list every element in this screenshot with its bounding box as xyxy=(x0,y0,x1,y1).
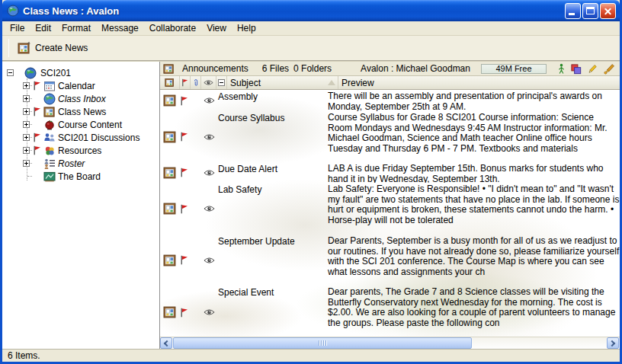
conference-tree-panel: SCI201 Calendar Class Inbox xyxy=(2,62,160,349)
tree-item-resources[interactable]: Resources xyxy=(2,144,159,157)
online-user-icon[interactable] xyxy=(558,63,565,75)
expand-expander-icon[interactable] xyxy=(23,108,30,115)
title-bar[interactable]: Class News : Avalon xyxy=(2,0,620,21)
eye-icon xyxy=(201,235,216,286)
message-row[interactable]: Due Date Alert LAB A is due Friday Septe… xyxy=(160,162,620,183)
horizontal-scrollbar[interactable] xyxy=(160,337,620,349)
tree-item-label: Course Content xyxy=(58,120,122,130)
attachment-column-empty xyxy=(191,111,201,162)
message-row[interactable]: September Update Dear Parents, September… xyxy=(160,235,620,286)
attachment-column-empty xyxy=(191,162,201,183)
menu-collaborate[interactable]: Collaborate xyxy=(144,21,201,35)
news-board-icon xyxy=(165,78,175,88)
folder-news-icon xyxy=(163,63,175,75)
tree-item-course-content[interactable]: Course Content xyxy=(2,118,159,131)
tree-item-calendar[interactable]: Calendar xyxy=(2,79,159,92)
minimize-icon xyxy=(569,13,575,15)
message-subject: Due Date Alert xyxy=(216,162,328,183)
storage-free-gauge: 49M Free xyxy=(481,64,547,74)
red-flag-icon xyxy=(180,286,191,337)
expand-expander-icon[interactable] xyxy=(23,95,30,102)
menu-help[interactable]: Help xyxy=(232,21,261,35)
tree-item-label: SCI201 xyxy=(40,68,71,78)
message-preview: Dear Parents, September is a busy month … xyxy=(328,235,620,286)
message-preview: There will be an assembly and presentati… xyxy=(328,90,620,111)
eye-icon xyxy=(201,183,216,235)
scroll-right-button[interactable] xyxy=(607,337,619,349)
minimize-button[interactable] xyxy=(565,3,581,19)
color-palette-icon xyxy=(43,145,56,157)
scrollbar-track[interactable] xyxy=(472,337,607,349)
column-collapse-all[interactable] xyxy=(216,76,227,89)
windows-icon[interactable] xyxy=(570,63,582,75)
column-read-status[interactable] xyxy=(201,76,216,89)
menu-message[interactable]: Message xyxy=(96,21,144,35)
signature-pen-icon[interactable] xyxy=(603,63,615,75)
maximize-icon xyxy=(586,7,595,14)
menu-edit[interactable]: Edit xyxy=(30,21,56,35)
storage-free-label: 49M Free xyxy=(495,64,531,73)
message-subject: Lab Safety xyxy=(216,183,328,235)
column-preview[interactable]: Preview xyxy=(338,76,620,89)
collapse-expander-icon[interactable] xyxy=(7,69,14,76)
message-list: Assembly There will be an assembly and p… xyxy=(160,90,620,337)
tree-item-label: Class News xyxy=(58,107,106,117)
column-item-icon[interactable] xyxy=(160,76,180,89)
server-user: Avalon : Michael Goodman xyxy=(361,63,470,74)
news-item-icon xyxy=(160,90,180,111)
tree-item-sci201-discussions[interactable]: SCI201 Discussions xyxy=(2,131,159,144)
menu-view[interactable]: View xyxy=(201,21,232,35)
message-preview: Dear parents, The Grade 7 and 8 Science … xyxy=(328,286,620,337)
create-news-button[interactable]: Create News xyxy=(15,40,93,57)
message-row[interactable]: Special Event Dear parents, The Grade 7 … xyxy=(160,286,620,337)
news-item-icon xyxy=(160,111,180,162)
files-count: 6 Files xyxy=(262,63,289,74)
message-preview: Course Syllabus for Grade 8 SCI201 Cours… xyxy=(328,111,620,162)
expand-expander-icon[interactable] xyxy=(23,82,30,89)
expand-expander-icon[interactable] xyxy=(23,121,30,128)
message-subject: Course Syllabus xyxy=(216,111,328,162)
message-list-panel: Announcements 6 Files 0 Folders Avalon :… xyxy=(160,62,620,349)
tree-item-sci201[interactable]: SCI201 xyxy=(2,66,159,79)
expand-expander-icon[interactable] xyxy=(23,160,30,167)
tree-item-roster[interactable]: Roster xyxy=(2,157,159,170)
roster-list-icon xyxy=(43,158,56,170)
tree-item-class-news[interactable]: Class News xyxy=(2,105,159,118)
expand-expander-icon[interactable] xyxy=(23,134,30,141)
tree-item-the-board[interactable]: The Board xyxy=(2,170,159,183)
message-row[interactable]: Course Syllabus Course Syllabus for Grad… xyxy=(160,111,620,162)
message-subject: Special Event xyxy=(216,286,328,337)
tree-item-label: Calendar xyxy=(58,81,95,91)
column-flag[interactable] xyxy=(180,76,191,89)
expand-expander-icon[interactable] xyxy=(23,147,30,154)
scroll-left-button[interactable] xyxy=(160,337,172,349)
list-column-header: Subject Preview xyxy=(160,76,620,90)
paperclip-icon xyxy=(193,78,199,88)
message-row[interactable]: Assembly There will be an assembly and p… xyxy=(160,90,620,111)
sort-ascending-icon xyxy=(328,80,335,85)
apple-icon xyxy=(43,119,56,131)
pencil-icon[interactable] xyxy=(587,63,598,75)
message-row[interactable]: Lab Safety Lab Safety: Everyone is Respo… xyxy=(160,183,620,235)
close-button[interactable] xyxy=(600,3,616,19)
main-area: SCI201 Calendar Class Inbox xyxy=(2,61,620,349)
news-board-icon xyxy=(43,106,56,118)
menu-file[interactable]: File xyxy=(5,21,30,35)
create-news-icon xyxy=(18,42,30,55)
toolbar-separator xyxy=(8,39,9,57)
maximize-button[interactable] xyxy=(582,3,598,19)
calendar-icon xyxy=(43,80,56,92)
chalkboard-icon xyxy=(43,171,56,183)
column-subject[interactable]: Subject xyxy=(227,76,338,89)
tree-item-label: SCI201 Discussions xyxy=(58,133,139,143)
red-flag-icon xyxy=(180,90,191,111)
news-item-icon xyxy=(160,286,180,337)
scrollbar-thumb[interactable] xyxy=(173,337,472,349)
tree-item-label: Roster xyxy=(58,158,85,169)
eye-icon xyxy=(201,162,216,183)
menu-format[interactable]: Format xyxy=(56,21,96,35)
column-attachment[interactable] xyxy=(191,76,201,89)
tree-item-class-inbox[interactable]: Class Inbox xyxy=(2,92,159,105)
attachment-column-empty xyxy=(191,235,201,286)
tree-item-label: Class Inbox xyxy=(58,94,106,104)
